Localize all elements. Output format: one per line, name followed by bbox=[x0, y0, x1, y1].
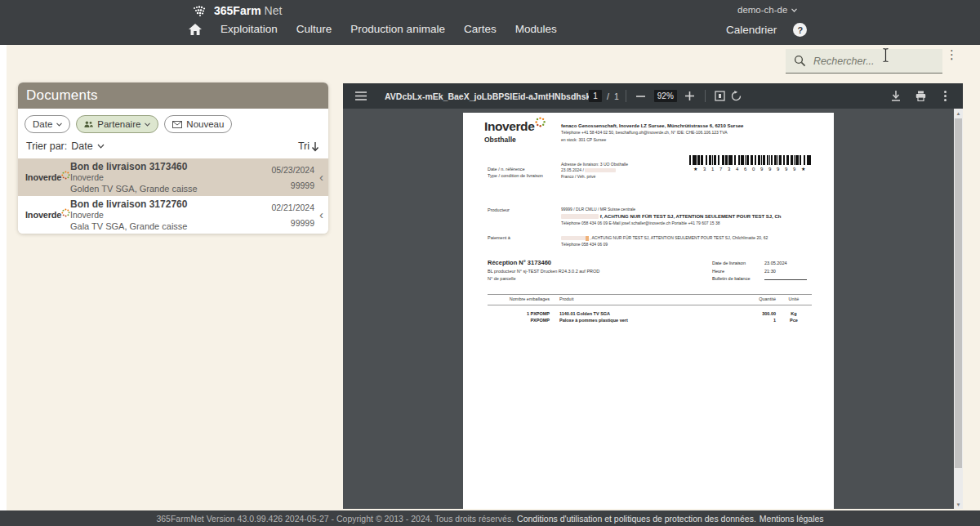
toolbar-divider bbox=[626, 90, 626, 102]
doc-payment-block: , ACHTUNG NUR FÜR TEST SJ, ATTENTION SEU… bbox=[561, 234, 834, 247]
help-icon[interactable]: ? bbox=[793, 23, 807, 37]
doc-producer-line1: 99999 / DLR CMLU / MR Suisse centrale bbox=[561, 207, 834, 213]
search-overflow-menu-icon[interactable]: ⋮ bbox=[946, 51, 958, 58]
table-row: PXPOMP Paloxe à pommes plastique vert 1 … bbox=[488, 319, 812, 323]
doc-type-label: Type / condition de livraison bbox=[488, 173, 543, 178]
doc-company-line2: Téléphone +41 58 434 02 50, beschaffung.… bbox=[561, 130, 743, 136]
chevron-down-icon bbox=[145, 123, 150, 127]
filter-partner-chip[interactable]: Partenaire bbox=[76, 115, 158, 133]
pdf-page: Inoverde Obsthalle fenaco Genossenschaft… bbox=[463, 113, 834, 509]
document-title: Bon de livraison 3173460 bbox=[70, 161, 261, 172]
sidebar-toggle-icon[interactable] bbox=[353, 88, 369, 105]
page-number-input[interactable]: 1 bbox=[589, 90, 602, 102]
nav-exploitation[interactable]: Exploitation bbox=[220, 23, 278, 35]
print-icon[interactable] bbox=[912, 88, 929, 105]
scroll-up-icon[interactable]: ▲ bbox=[954, 109, 963, 118]
document-meta: 02/21/2024 99999 bbox=[261, 203, 314, 228]
scrollbar-thumb[interactable] bbox=[955, 118, 962, 468]
pdf-filename: AVDcbLx-mEk_BaeX_joLbBPSIEid-aJmtHNbsdhs… bbox=[385, 91, 589, 101]
search-input[interactable]: Rechercher... bbox=[786, 49, 942, 74]
doc-reception-title: Réception N° 3173460 bbox=[488, 260, 599, 266]
collapse-chevron-icon[interactable]: ‹ bbox=[314, 208, 328, 222]
doc-producer-line3: Téléphone 058 434 06 09 E-Mail josef.sch… bbox=[561, 221, 834, 227]
doc-time-label: Heure bbox=[712, 269, 764, 274]
collapse-chevron-icon[interactable]: ‹ bbox=[314, 171, 328, 185]
search-icon bbox=[794, 55, 806, 67]
nav-right: Calendrier ? bbox=[726, 23, 807, 37]
pdf-viewer: AVDcbLx-mEk_BaeX_joLbBPSIEid-aJmtHNbsdhs… bbox=[343, 83, 963, 509]
doc-bl-producer: BL producteur N° sj-TEST Drucken R24.3.0… bbox=[488, 270, 599, 274]
document-detail: Golden TV SGA, Grande caisse bbox=[70, 184, 261, 194]
col-header-packages: Nombre emballages bbox=[488, 297, 550, 302]
toolbar-right-group bbox=[888, 88, 953, 105]
inoverde-dots-icon bbox=[535, 117, 546, 127]
table-body: 1 PXPOMP 1140.01 Golden TV SGA 300.00 Kg… bbox=[488, 312, 812, 323]
search-placeholder: Rechercher... bbox=[813, 56, 875, 67]
sort-by-dropdown[interactable]: Trier par: Date bbox=[26, 140, 105, 152]
more-options-icon[interactable] bbox=[937, 88, 953, 105]
pdf-content-area: Inoverde Obsthalle fenaco Genossenschaft… bbox=[343, 109, 963, 509]
doc-balance-label: Bulletin de balance bbox=[712, 276, 764, 281]
sort-direction-toggle[interactable]: Tri bbox=[298, 140, 319, 152]
document-info: Bon de livraison 3172760 Inoverde Gala T… bbox=[70, 198, 261, 232]
document-date: 02/21/2024 bbox=[261, 203, 314, 212]
footer-terms-link[interactable]: Conditions d'utilisation et politiques d… bbox=[517, 514, 756, 524]
account-menu[interactable]: demo-ch-de bbox=[737, 5, 797, 15]
download-icon[interactable] bbox=[888, 88, 904, 105]
rotate-icon[interactable] bbox=[728, 88, 745, 105]
nav-modules[interactable]: Modules bbox=[515, 23, 557, 35]
filter-date-label: Date bbox=[33, 119, 52, 129]
document-list-item[interactable]: Inoverde Bon de livraison 3172760 Inover… bbox=[18, 196, 328, 234]
col-header-quantity: Quantité bbox=[730, 297, 776, 302]
col-header-product: Produit bbox=[550, 297, 730, 302]
redacted-block bbox=[561, 236, 586, 240]
envelope-icon bbox=[172, 121, 182, 128]
filter-date-chip[interactable]: Date bbox=[24, 115, 70, 133]
zoom-out-button[interactable] bbox=[633, 88, 649, 105]
page-count: 1 bbox=[614, 91, 619, 101]
scroll-down-icon[interactable]: ▼ bbox=[954, 500, 963, 509]
arrow-down-icon bbox=[311, 141, 319, 152]
pdf-scrollbar[interactable]: ▲ ▼ bbox=[954, 109, 963, 509]
redacted-block bbox=[561, 214, 599, 219]
app-logo: 365FarmNet bbox=[193, 4, 282, 17]
document-list-item[interactable]: Inoverde Bon de livraison 3173460 Inover… bbox=[18, 158, 328, 196]
doc-company-block: fenaco Genossenschaft, Inoverde LZ Surse… bbox=[561, 123, 743, 143]
doc-payment-line2: Téléphone 058 434 06 09 bbox=[561, 241, 834, 247]
document-meta: 05/23/2024 99999 bbox=[261, 165, 314, 190]
zoom-in-button[interactable] bbox=[682, 88, 698, 105]
footer-bar: 365FarmNet Version 43.0.99.426 2024-05-2… bbox=[0, 510, 980, 526]
chevron-down-icon bbox=[56, 123, 62, 127]
zoom-level[interactable]: 92% bbox=[654, 90, 677, 102]
doc-delivery-info: Date de livraison23.05.2024 Heure21:30 B… bbox=[712, 261, 807, 284]
nav-production-animale[interactable]: Production animale bbox=[350, 23, 445, 35]
doc-producer-line2: f, ACHTUNG NUR FÜR TEST SJ, ATTENTION SE… bbox=[561, 213, 834, 221]
doc-brand-name: Inoverde bbox=[484, 120, 534, 133]
barcode-bars bbox=[689, 155, 812, 165]
document-partner: Inoverde bbox=[70, 210, 261, 220]
account-name: demo-ch-de bbox=[737, 5, 787, 15]
barcode: ★ 3 1 7 3 4 6 0 9 9 9 9 9 ★ bbox=[689, 155, 812, 172]
document-detail: Gala TV SGA, Grande caisse bbox=[70, 221, 261, 232]
fit-to-page-icon[interactable] bbox=[712, 88, 728, 105]
sort-direction-label: Tri bbox=[298, 140, 310, 152]
chevron-down-icon bbox=[791, 8, 797, 12]
col-header-unit: Unité bbox=[776, 297, 812, 302]
chevron-down-icon bbox=[97, 144, 105, 149]
doc-date-ref-label: Date / n. référence bbox=[488, 167, 525, 172]
nav-culture[interactable]: Culture bbox=[296, 23, 332, 35]
table-header-row: Nombre emballages Produit Quantité Unité bbox=[488, 294, 812, 305]
document-date: 05/23/2024 bbox=[261, 165, 314, 175]
sort-by-label: Trier par: bbox=[26, 140, 67, 152]
doc-delivery-date-label: Date de livraison bbox=[712, 261, 764, 265]
doc-time-value: 21:30 bbox=[764, 269, 776, 274]
nav-calendrier[interactable]: Calendrier bbox=[726, 24, 777, 36]
new-document-button[interactable]: Nouveau bbox=[164, 115, 232, 133]
document-info: Bon de livraison 3173460 Inoverde Golden… bbox=[70, 160, 261, 194]
footer-legal-link[interactable]: Mentions légales bbox=[760, 514, 824, 524]
nav-cartes[interactable]: Cartes bbox=[464, 23, 497, 35]
home-icon[interactable] bbox=[189, 24, 202, 35]
documents-panel: Documents Date Partenaire Nouveau Trier … bbox=[18, 82, 328, 234]
inoverde-dots-icon bbox=[61, 171, 70, 180]
redacted-block bbox=[585, 168, 616, 172]
